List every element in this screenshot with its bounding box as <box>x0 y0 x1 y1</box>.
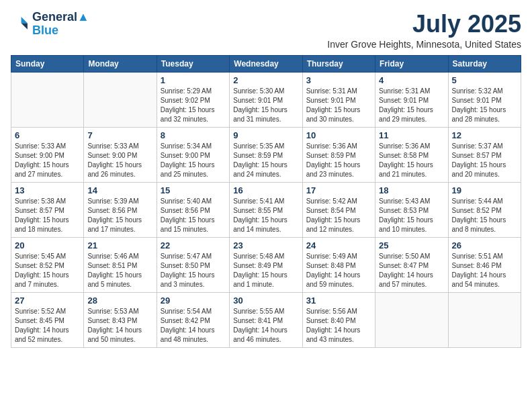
weekday-header-saturday: Saturday <box>448 55 521 72</box>
calendar-cell: 3Sunrise: 5:31 AM Sunset: 9:01 PM Daylig… <box>302 72 375 127</box>
day-number: 7 <box>87 130 152 140</box>
day-number: 4 <box>379 75 444 85</box>
day-number: 10 <box>306 130 371 140</box>
day-number: 12 <box>452 130 517 140</box>
calendar-cell: 27Sunrise: 5:52 AM Sunset: 8:45 PM Dayli… <box>11 292 84 347</box>
calendar-cell <box>448 292 521 347</box>
day-info: Sunrise: 5:33 AM Sunset: 9:00 PM Dayligh… <box>15 142 80 179</box>
day-number: 22 <box>161 240 226 250</box>
day-number: 9 <box>233 130 298 140</box>
calendar-cell <box>84 72 157 127</box>
week-row-3: 13Sunrise: 5:38 AM Sunset: 8:57 PM Dayli… <box>11 182 521 237</box>
day-number: 28 <box>87 295 152 306</box>
location-title: Inver Grove Heights, Minnesota, United S… <box>327 39 521 50</box>
week-row-1: 1Sunrise: 5:29 AM Sunset: 9:02 PM Daylig… <box>11 72 521 127</box>
svg-marker-0 <box>21 17 28 23</box>
day-info: Sunrise: 5:54 AM Sunset: 8:42 PM Dayligh… <box>161 307 226 345</box>
day-number: 31 <box>306 295 371 306</box>
day-info: Sunrise: 5:31 AM Sunset: 9:01 PM Dayligh… <box>306 87 371 124</box>
day-number: 20 <box>15 240 80 250</box>
logo-text: General▲ Blue <box>32 11 89 38</box>
svg-marker-1 <box>21 23 28 29</box>
day-info: Sunrise: 5:49 AM Sunset: 8:48 PM Dayligh… <box>306 252 371 289</box>
calendar-cell: 12Sunrise: 5:37 AM Sunset: 8:57 PM Dayli… <box>448 127 521 182</box>
day-info: Sunrise: 5:39 AM Sunset: 8:56 PM Dayligh… <box>87 197 152 234</box>
weekday-header-tuesday: Tuesday <box>157 55 229 72</box>
weekday-header-monday: Monday <box>84 55 157 72</box>
calendar-cell: 24Sunrise: 5:49 AM Sunset: 8:48 PM Dayli… <box>302 237 375 292</box>
day-info: Sunrise: 5:33 AM Sunset: 9:00 PM Dayligh… <box>87 142 152 179</box>
day-info: Sunrise: 5:34 AM Sunset: 9:00 PM Dayligh… <box>161 142 226 179</box>
day-number: 13 <box>15 185 80 195</box>
day-number: 29 <box>161 295 226 306</box>
calendar-cell: 21Sunrise: 5:46 AM Sunset: 8:51 PM Dayli… <box>84 237 157 292</box>
day-number: 26 <box>452 240 517 250</box>
calendar-cell: 20Sunrise: 5:45 AM Sunset: 8:52 PM Dayli… <box>11 237 84 292</box>
page-header: General▲ Blue July 2025 Inver Grove Heig… <box>11 11 521 50</box>
calendar-cell <box>375 292 448 347</box>
day-number: 15 <box>161 185 226 195</box>
day-info: Sunrise: 5:44 AM Sunset: 8:52 PM Dayligh… <box>452 197 517 234</box>
calendar-cell: 18Sunrise: 5:43 AM Sunset: 8:53 PM Dayli… <box>375 182 448 237</box>
day-number: 18 <box>379 185 444 195</box>
day-number: 6 <box>15 130 80 140</box>
day-number: 27 <box>15 295 80 306</box>
day-info: Sunrise: 5:31 AM Sunset: 9:01 PM Dayligh… <box>379 87 444 124</box>
day-number: 17 <box>306 185 371 195</box>
title-block: July 2025 Inver Grove Heights, Minnesota… <box>327 11 521 50</box>
calendar-cell: 30Sunrise: 5:55 AM Sunset: 8:41 PM Dayli… <box>230 292 302 347</box>
weekday-header-friday: Friday <box>375 55 448 72</box>
calendar-cell: 13Sunrise: 5:38 AM Sunset: 8:57 PM Dayli… <box>11 182 84 237</box>
calendar-cell: 10Sunrise: 5:36 AM Sunset: 8:59 PM Dayli… <box>302 127 375 182</box>
day-number: 19 <box>452 185 517 195</box>
calendar-cell: 23Sunrise: 5:48 AM Sunset: 8:49 PM Dayli… <box>230 237 302 292</box>
day-info: Sunrise: 5:29 AM Sunset: 9:02 PM Dayligh… <box>161 87 226 124</box>
day-info: Sunrise: 5:41 AM Sunset: 8:55 PM Dayligh… <box>233 197 298 234</box>
calendar-cell: 5Sunrise: 5:32 AM Sunset: 9:01 PM Daylig… <box>448 72 521 127</box>
day-info: Sunrise: 5:30 AM Sunset: 9:01 PM Dayligh… <box>233 87 298 124</box>
calendar-cell: 26Sunrise: 5:51 AM Sunset: 8:46 PM Dayli… <box>448 237 521 292</box>
day-number: 30 <box>233 295 298 306</box>
calendar-cell: 11Sunrise: 5:36 AM Sunset: 8:58 PM Dayli… <box>375 127 448 182</box>
calendar-cell: 16Sunrise: 5:41 AM Sunset: 8:55 PM Dayli… <box>230 182 302 237</box>
day-number: 25 <box>379 240 444 250</box>
day-info: Sunrise: 5:50 AM Sunset: 8:47 PM Dayligh… <box>379 252 444 289</box>
day-info: Sunrise: 5:51 AM Sunset: 8:46 PM Dayligh… <box>452 252 517 289</box>
day-number: 1 <box>161 75 226 85</box>
day-info: Sunrise: 5:45 AM Sunset: 8:52 PM Dayligh… <box>15 252 80 289</box>
day-number: 5 <box>452 75 517 85</box>
calendar-cell: 1Sunrise: 5:29 AM Sunset: 9:02 PM Daylig… <box>157 72 229 127</box>
weekday-header-wednesday: Wednesday <box>230 55 302 72</box>
week-row-5: 27Sunrise: 5:52 AM Sunset: 8:45 PM Dayli… <box>11 292 521 347</box>
calendar-cell: 8Sunrise: 5:34 AM Sunset: 9:00 PM Daylig… <box>157 127 229 182</box>
calendar-cell: 28Sunrise: 5:53 AM Sunset: 8:43 PM Dayli… <box>84 292 157 347</box>
day-info: Sunrise: 5:35 AM Sunset: 8:59 PM Dayligh… <box>233 142 298 179</box>
day-info: Sunrise: 5:32 AM Sunset: 9:01 PM Dayligh… <box>452 87 517 124</box>
logo: General▲ Blue <box>11 11 89 38</box>
calendar-cell: 6Sunrise: 5:33 AM Sunset: 9:00 PM Daylig… <box>11 127 84 182</box>
calendar-table: SundayMondayTuesdayWednesdayThursdayFrid… <box>11 55 521 348</box>
day-number: 23 <box>233 240 298 250</box>
day-number: 2 <box>233 75 298 85</box>
day-number: 21 <box>87 240 152 250</box>
day-info: Sunrise: 5:55 AM Sunset: 8:41 PM Dayligh… <box>233 307 298 345</box>
calendar-cell: 7Sunrise: 5:33 AM Sunset: 9:00 PM Daylig… <box>84 127 157 182</box>
calendar-cell: 17Sunrise: 5:42 AM Sunset: 8:54 PM Dayli… <box>302 182 375 237</box>
calendar-cell: 19Sunrise: 5:44 AM Sunset: 8:52 PM Dayli… <box>448 182 521 237</box>
day-info: Sunrise: 5:40 AM Sunset: 8:56 PM Dayligh… <box>161 197 226 234</box>
day-info: Sunrise: 5:37 AM Sunset: 8:57 PM Dayligh… <box>452 142 517 179</box>
calendar-cell <box>11 72 84 127</box>
day-info: Sunrise: 5:43 AM Sunset: 8:53 PM Dayligh… <box>379 197 444 234</box>
day-number: 16 <box>233 185 298 195</box>
month-title: July 2025 <box>327 11 521 38</box>
day-info: Sunrise: 5:48 AM Sunset: 8:49 PM Dayligh… <box>233 252 298 289</box>
calendar-cell: 9Sunrise: 5:35 AM Sunset: 8:59 PM Daylig… <box>230 127 302 182</box>
day-info: Sunrise: 5:42 AM Sunset: 8:54 PM Dayligh… <box>306 197 371 234</box>
weekday-header-sunday: Sunday <box>11 55 84 72</box>
day-info: Sunrise: 5:36 AM Sunset: 8:59 PM Dayligh… <box>306 142 371 179</box>
calendar-cell: 31Sunrise: 5:56 AM Sunset: 8:40 PM Dayli… <box>302 292 375 347</box>
calendar-cell: 25Sunrise: 5:50 AM Sunset: 8:47 PM Dayli… <box>375 237 448 292</box>
day-info: Sunrise: 5:38 AM Sunset: 8:57 PM Dayligh… <box>15 197 80 234</box>
calendar-cell: 2Sunrise: 5:30 AM Sunset: 9:01 PM Daylig… <box>230 72 302 127</box>
calendar-cell: 29Sunrise: 5:54 AM Sunset: 8:42 PM Dayli… <box>157 292 229 347</box>
